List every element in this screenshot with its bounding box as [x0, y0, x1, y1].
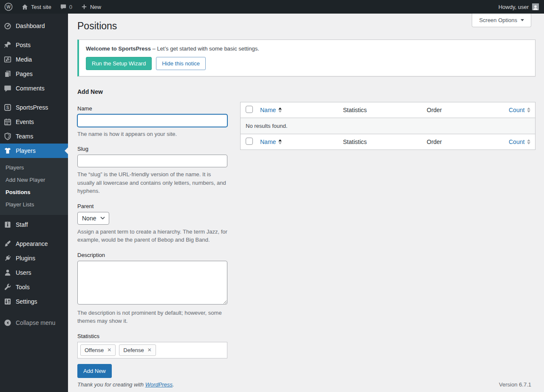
- sidebar-item-tools[interactable]: Tools: [0, 280, 68, 294]
- column-header-statistics: Statistics: [343, 136, 427, 148]
- site-name-label: Test site: [31, 4, 51, 10]
- statistics-tag: Defense ✕: [119, 344, 156, 356]
- sidebar-item-appearance[interactable]: Appearance: [0, 237, 68, 251]
- new-label: New: [90, 4, 101, 10]
- page-title: Positions: [77, 18, 536, 33]
- sidebar-item-sportspress[interactable]: S SportsPress: [0, 100, 68, 115]
- players-submenu: Players Add New Player Positions Player …: [0, 158, 68, 215]
- admin-sidebar: Dashboard Posts Media: [0, 14, 68, 392]
- notice-title: Welcome to SportsPress: [86, 45, 151, 52]
- sidebar-item-label: Events: [16, 118, 34, 125]
- sidebar-item-plugins[interactable]: Plugins: [0, 251, 68, 265]
- sidebar-item-label: Dashboard: [16, 23, 45, 29]
- media-icon: [3, 55, 12, 64]
- wordpress-link[interactable]: WordPress: [145, 381, 173, 388]
- new-content-button[interactable]: New: [76, 0, 105, 14]
- sidebar-item-label: Teams: [16, 133, 33, 140]
- sliders-icon: [3, 297, 12, 306]
- empty-results-row: No results found.: [241, 118, 535, 134]
- sidebar-item-label: Pages: [16, 71, 33, 77]
- sportspress-icon: S: [3, 103, 12, 112]
- sidebar-item-users[interactable]: Users: [0, 265, 68, 280]
- statistics-tag: Offense ✕: [80, 344, 116, 356]
- wordpress-logo-icon[interactable]: W: [0, 0, 17, 14]
- submenu-item-positions[interactable]: Positions: [0, 186, 68, 198]
- menu-separator: [0, 232, 68, 237]
- admin-content: Positions Welcome to SportsPress – Let’s…: [68, 14, 544, 392]
- notice-text: Welcome to SportsPress – Let’s get start…: [86, 45, 528, 52]
- positions-table: Name Statistics Order Count No results f…: [240, 102, 536, 150]
- sidebar-item-players[interactable]: Players: [0, 144, 68, 158]
- select-all-checkbox[interactable]: [246, 138, 253, 145]
- account-menu[interactable]: Howdy, user: [499, 3, 544, 10]
- sidebar-item-staff[interactable]: Staff: [0, 217, 68, 232]
- site-name-link[interactable]: Test site: [17, 0, 56, 14]
- sidebar-item-events[interactable]: Events: [0, 115, 68, 129]
- sidebar-item-media[interactable]: Media: [0, 52, 68, 67]
- admin-footer: Thank you for creating with WordPress. V…: [77, 381, 531, 388]
- sidebar-item-settings[interactable]: Settings: [0, 294, 68, 309]
- submenu-item-add-new-player[interactable]: Add New Player: [0, 174, 68, 186]
- footer-version: Version 6.7.1: [499, 381, 531, 388]
- pages-icon: [3, 70, 12, 78]
- column-header-name[interactable]: Name: [260, 107, 282, 113]
- name-input[interactable]: [77, 114, 227, 127]
- home-icon: [21, 3, 28, 11]
- slug-help: The “slug” is the URL-friendly version o…: [77, 170, 227, 195]
- welcome-notice: Welcome to SportsPress – Let’s get start…: [77, 39, 536, 76]
- tie-icon: [3, 220, 12, 229]
- remove-tag-icon[interactable]: ✕: [147, 347, 152, 353]
- shield-icon: [3, 132, 12, 141]
- column-header-count[interactable]: Count: [509, 138, 530, 145]
- collapse-menu-button[interactable]: Collapse menu: [0, 316, 68, 330]
- notice-message: – Let’s get started with some basic sett…: [151, 45, 259, 52]
- parent-select[interactable]: None: [77, 212, 109, 225]
- sidebar-item-label: Appearance: [16, 240, 48, 247]
- wordpress-logo-icon: W: [4, 3, 13, 11]
- dashboard-icon: [3, 22, 12, 30]
- sidebar-item-label: Posts: [16, 42, 31, 48]
- parent-selected-value: None: [82, 215, 96, 222]
- statistics-tag-input[interactable]: Offense ✕ Defense ✕: [77, 342, 227, 358]
- run-setup-wizard-button[interactable]: Run the Setup Wizard: [86, 57, 152, 70]
- submenu-item-player-lists[interactable]: Player Lists: [0, 198, 68, 211]
- slug-input[interactable]: [77, 155, 227, 167]
- description-textarea[interactable]: [77, 261, 227, 305]
- sidebar-item-teams[interactable]: Teams: [0, 129, 68, 144]
- add-new-submit-button[interactable]: Add New: [77, 364, 112, 378]
- sidebar-item-pages[interactable]: Pages: [0, 67, 68, 81]
- menu-separator: [0, 33, 68, 38]
- sidebar-item-dashboard[interactable]: Dashboard: [0, 19, 68, 33]
- collapse-menu-label: Collapse menu: [16, 319, 55, 326]
- table-header-row: Name Statistics Order Count: [241, 102, 535, 118]
- sidebar-item-label: SportsPress: [16, 104, 48, 111]
- sidebar-item-label: Settings: [16, 298, 37, 305]
- plugin-icon: [3, 254, 12, 262]
- sidebar-item-comments[interactable]: Comments: [0, 81, 68, 96]
- sidebar-item-label: Users: [16, 269, 31, 276]
- slug-label: Slug: [77, 146, 227, 152]
- screen-options-button[interactable]: Screen Options: [472, 14, 531, 27]
- select-all-checkbox[interactable]: [246, 106, 253, 113]
- jersey-icon: [3, 147, 12, 155]
- column-header-count[interactable]: Count: [509, 107, 530, 113]
- submenu-item-players[interactable]: Players: [0, 161, 68, 174]
- sidebar-item-label: Tools: [16, 284, 30, 290]
- howdy-label: Howdy, user: [499, 4, 529, 10]
- comments-bubble[interactable]: 0: [56, 0, 76, 14]
- tag-label: Offense: [85, 347, 104, 353]
- hide-notice-button[interactable]: Hide this notice: [156, 57, 206, 70]
- sort-icon: [527, 139, 530, 144]
- avatar: [532, 3, 539, 10]
- sidebar-item-label: Staff: [16, 221, 28, 228]
- screen-options-label: Screen Options: [479, 17, 517, 23]
- comment-icon: [60, 3, 67, 10]
- description-label: Description: [77, 252, 227, 258]
- admin-bar: W Test site 0 New Howdy, user: [0, 0, 544, 14]
- sort-icon: [527, 107, 530, 113]
- column-header-name[interactable]: Name: [260, 138, 282, 145]
- comments-count: 0: [69, 4, 72, 10]
- sidebar-item-posts[interactable]: Posts: [0, 38, 68, 52]
- remove-tag-icon[interactable]: ✕: [107, 347, 111, 353]
- sidebar-item-label: Players: [16, 147, 36, 154]
